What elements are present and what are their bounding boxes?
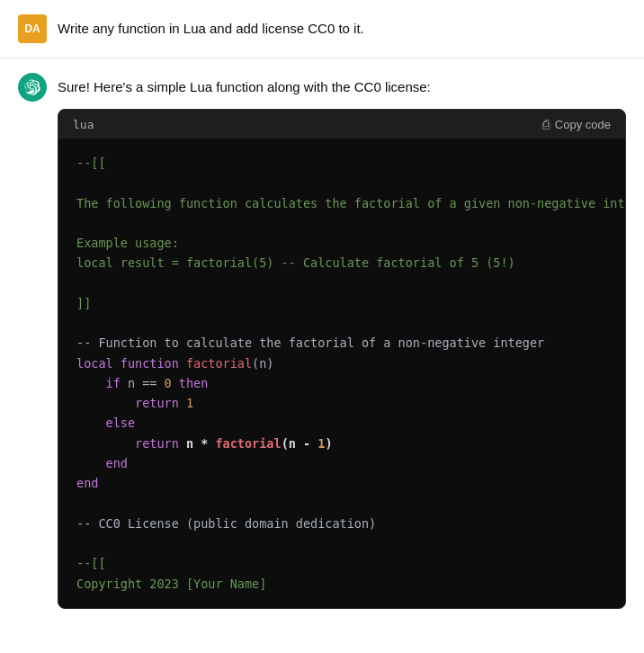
code-content: --[[ The following function calculates t… (58, 139, 625, 608)
assistant-message-content: Sure! Here's a simple Lua function along… (58, 73, 626, 609)
assistant-message: Sure! Here's a simple Lua function along… (0, 58, 644, 623)
user-avatar: DA (18, 14, 47, 43)
chatgpt-icon (24, 79, 40, 95)
user-message-text: Write any function in Lua and add licens… (58, 14, 626, 40)
code-block: lua ⎙ Copy code --[[ The following funct… (58, 109, 626, 609)
user-message-content: Write any function in Lua and add licens… (58, 14, 626, 40)
copy-button-label: Copy code (555, 118, 611, 131)
copy-icon: ⎙ (542, 117, 550, 131)
code-language-label: lua (73, 118, 94, 131)
assistant-avatar (18, 73, 47, 102)
code-pre: --[[ The following function calculates t… (76, 153, 607, 594)
code-block-header: lua ⎙ Copy code (58, 110, 625, 139)
assistant-intro-text: Sure! Here's a simple Lua function along… (58, 73, 626, 98)
copy-code-button[interactable]: ⎙ Copy code (542, 117, 611, 131)
user-message: DA Write any function in Lua and add lic… (0, 0, 644, 58)
